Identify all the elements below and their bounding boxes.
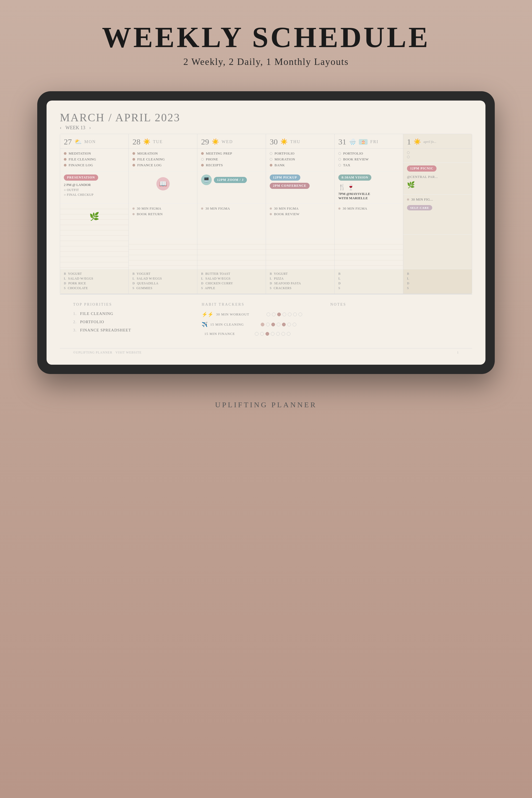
- task-item: MEDITATION: [64, 151, 125, 156]
- task-label: MIGRATION: [137, 151, 158, 156]
- schedule-label: BOOK RETURN: [137, 212, 163, 216]
- habits-section: HABIT TRACKERS ⚡⚡ 30 MIN WORKOUT: [202, 302, 330, 340]
- event-note: ○ OUTFIT: [64, 188, 125, 192]
- meal-item: B YOGURT: [64, 272, 125, 276]
- habit-dot: [277, 323, 280, 326]
- habit-dot: [271, 323, 275, 326]
- task-item: TAX: [338, 163, 399, 167]
- next-week-button[interactable]: ›: [89, 125, 91, 131]
- meal-item: B YOGURT: [270, 272, 331, 276]
- task-item: MIGRATION: [132, 151, 193, 156]
- day-num-mon: 27: [64, 137, 72, 146]
- schedule-dot: [270, 208, 272, 210]
- event-text-maysville: 7PM @MAYSVILLE: [338, 192, 399, 196]
- task-item: FINANCE LOG: [64, 163, 125, 167]
- task-dot: [270, 164, 272, 167]
- schedule-fri: 30 MIN FIGMA: [335, 204, 403, 239]
- day-header-tue: 28 ☀️ TUE: [129, 134, 197, 149]
- day-icon-wed: ☀️: [212, 138, 219, 145]
- schedule-item: 30 MIN FIGMA: [132, 206, 193, 211]
- day-icon-bottom: 🌿: [60, 204, 129, 229]
- task-label: RECEIPTS: [206, 163, 223, 167]
- schedule-dot: [132, 208, 135, 210]
- event-icon-leaf: 🌿: [407, 181, 468, 189]
- day-icon-mon: ⛅: [75, 138, 82, 145]
- meal-item: S GUMMIES: [132, 286, 193, 290]
- schedule-dot: [270, 213, 272, 215]
- schedule-item: 30 MIN FIGMA: [338, 206, 399, 211]
- april-label: april fo...: [423, 140, 436, 144]
- meal-item: B BUTTER TOAST: [201, 272, 262, 276]
- meal-item: L SALAD W/EGGS: [64, 277, 125, 281]
- event-badge-presentation: PRESENTATION: [64, 174, 98, 180]
- task-item: [407, 156, 468, 158]
- priority-num: 3.: [73, 328, 77, 332]
- habits-title: HABIT TRACKERS: [202, 302, 330, 307]
- task-dot: [270, 158, 272, 161]
- task-item: PORTFOLIO: [338, 151, 399, 156]
- day-header-thu: 30 ☀️ THU: [266, 134, 334, 149]
- habit-dot: [266, 323, 270, 326]
- habit-dot: [292, 323, 296, 326]
- task-label: PORTFOLIO: [343, 151, 363, 156]
- task-dot: [64, 164, 66, 167]
- event-icon-book: 📖: [156, 177, 170, 190]
- grid-lines-wed: [197, 239, 266, 269]
- meal-item: L: [338, 277, 399, 281]
- meal-item: S CHOCOLATE: [64, 286, 125, 290]
- week-label: WEEK 13: [65, 125, 85, 131]
- task-dot: [64, 152, 66, 155]
- workout-icon: ⚡⚡: [202, 311, 213, 317]
- task-dot: [201, 158, 204, 161]
- priorities-title: TOP PRIORITIES: [73, 302, 202, 307]
- schedule-label: 30 MIN FIGMA: [343, 206, 367, 211]
- task-dot: [132, 164, 135, 167]
- habit-dot: [299, 312, 302, 316]
- meals-wed: B BUTTER TOAST L SALAD W/EGGS D CHICKEN …: [197, 269, 266, 294]
- task-dot: [338, 164, 341, 167]
- day-num-tue: 28: [132, 137, 140, 146]
- event-badge-vision: 8:30AM VISION: [338, 174, 371, 180]
- event-icon-monitor: 🖥️: [201, 174, 212, 185]
- schedule-dot: [201, 208, 203, 210]
- habit-dot: [282, 323, 286, 326]
- planner-footer: ©UPLIFTING PLANNER VISIT WEBSITE 1: [60, 348, 472, 357]
- bottom-section: TOP PRIORITIES 1. FILE CLEANING 2. PORTF…: [60, 294, 472, 348]
- task-label: FILE CLEANING: [69, 157, 96, 162]
- day-name-wed: WED: [222, 139, 233, 144]
- day-num-thu: 30: [270, 137, 278, 146]
- meal-item: L SALAD W/EGGS: [132, 277, 193, 281]
- schedule-dot: [338, 208, 341, 210]
- events-tue: 📖: [129, 172, 197, 204]
- meals-thu: B YOGURT L PIZZA D SEAFOOD PASTA S CRACK…: [266, 269, 334, 294]
- habit-dot: [283, 312, 286, 316]
- event-note: ○ FINAL CHECKUP: [64, 193, 125, 197]
- event-icons-dining: 🍴 🍷: [338, 184, 399, 191]
- page-background: WEEKLY SCHEDULE 2 Weekly, 2 Daily, 1 Mon…: [0, 0, 532, 798]
- meals-apr: B L D S: [403, 269, 472, 294]
- day-num-apr: 1: [407, 137, 411, 146]
- prev-week-button[interactable]: ‹: [60, 125, 61, 131]
- day-icon-tue: ☀️: [143, 138, 150, 145]
- task-item: MEETING PREP: [201, 151, 262, 156]
- priority-item-1: 1. FILE CLEANING: [73, 311, 202, 316]
- day-col-wed: 29 ☀️ WED MEETING PREP PHONE RECEIPTS 🖥️: [197, 134, 266, 294]
- main-title: WEEKLY SCHEDULE: [102, 21, 430, 54]
- day-name-tue: TUE: [153, 139, 163, 144]
- task-label: PHONE: [206, 157, 218, 162]
- day-name-fri: FRI: [370, 139, 379, 144]
- meal-item: B: [407, 272, 468, 276]
- habit-dot: [255, 332, 259, 336]
- day-col-fri: 31 🌧️ 🎂 FRI PORTFOLIO BOOK REVIEW TAX 8:…: [335, 134, 403, 294]
- task-dot: [338, 158, 341, 161]
- event-badge-picnic: 12PM PICNIC: [407, 166, 437, 172]
- task-item: PORTFOLIO: [270, 151, 331, 156]
- task-dot: [132, 158, 135, 161]
- priority-label: FILE CLEANING: [80, 311, 113, 316]
- event-text-centralpark: @CENTRAL PAR...: [407, 175, 468, 179]
- habit-dot: [281, 332, 285, 336]
- meal-item: L: [407, 277, 468, 281]
- task-item: FILE CLEANING: [132, 157, 193, 162]
- event-zoom: 🖥️ 12PM ZOOM / J: [201, 174, 262, 185]
- task-dot: [201, 152, 204, 155]
